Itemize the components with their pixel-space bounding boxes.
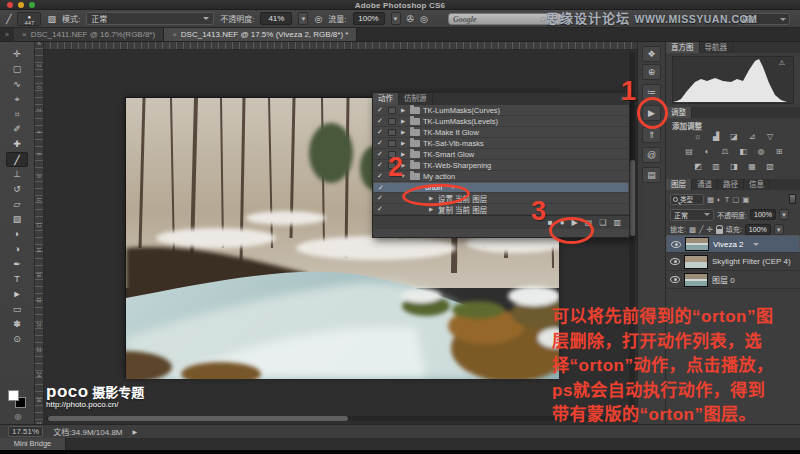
layer-row-viveza2[interactable]: Viveza 2 [666, 235, 800, 253]
curves-icon[interactable]: ◪ [728, 132, 740, 142]
layer-thumbnail[interactable] [684, 255, 708, 269]
crop-tool[interactable]: ⌗ [6, 107, 28, 122]
expand-icon[interactable]: ▶ [399, 118, 407, 124]
lock-pixels-icon[interactable]: ╱ [699, 225, 704, 234]
expand-icon[interactable]: ▶ [399, 129, 407, 135]
layer-row-layer0[interactable]: 图层 0 [666, 271, 800, 289]
layer-visibility-icon[interactable] [670, 258, 680, 265]
levels-icon[interactable]: ▟ [710, 132, 722, 142]
flow-value[interactable]: 100% [353, 12, 385, 25]
foreground-color-swatch[interactable] [8, 390, 19, 401]
tablet-pressure-size-icon[interactable]: ◎ [420, 14, 428, 24]
layer-comps-panel-icon[interactable]: ▤ [642, 167, 661, 183]
layer-fill-value[interactable]: 100% [745, 224, 771, 235]
action-set-row[interactable]: ✓ ▶ TK-LumMasks(Curves) [373, 105, 629, 116]
brush-tool[interactable]: ╱ [6, 152, 28, 167]
lock-position-icon[interactable]: ✛ [707, 225, 713, 234]
action-set-row[interactable]: ✓ ▶ TK-Web-Sharpening [373, 160, 629, 171]
document-tab-2[interactable]: × DSC_1413.NEF @ 17.5% (Viveza 2, RGB/8*… [164, 28, 357, 41]
filter-smart-object-icon[interactable]: ▣ [742, 195, 749, 204]
include-check-icon[interactable]: ✓ [375, 106, 385, 114]
gradient-map-icon[interactable]: ▦ [746, 162, 758, 172]
tab-info[interactable]: 信息 [744, 179, 770, 190]
brush-preset-picker[interactable]: ●447 [17, 12, 41, 26]
tab-channels[interactable]: 通道 [692, 179, 718, 190]
filter-pixel-layers-icon[interactable]: ▦ [707, 195, 714, 204]
selective-color-icon[interactable]: ▧ [764, 162, 776, 172]
black-white-icon[interactable]: ⚖ [719, 147, 731, 157]
hue-saturation-icon[interactable]: ▤ [683, 147, 695, 157]
tab-actions[interactable]: 动作 [373, 93, 399, 105]
mini-bridge-tab[interactable]: Mini Bridge [0, 438, 66, 450]
rectangular-marquee-tool[interactable]: ▢ [6, 62, 28, 77]
brush-tool-icon[interactable]: ╱ [6, 14, 11, 24]
action-set-row[interactable]: ✓ ▶ TK-LumMasks(Levels) [373, 116, 629, 127]
spot-healing-brush-tool[interactable]: ✚ [6, 137, 28, 152]
include-check-icon[interactable]: ✓ [375, 161, 385, 169]
layer-filter-switch[interactable] [789, 194, 796, 204]
tab-clone-source[interactable]: 仿制源 [399, 93, 433, 105]
channel-mixer-icon[interactable]: ◍ [755, 147, 767, 157]
export-panel-icon[interactable]: ⇑ [642, 127, 661, 143]
close-tab-icon[interactable]: × [22, 30, 27, 39]
expand-icon[interactable]: ▶ [399, 140, 407, 146]
canvas-horizontal-scroll-thumb[interactable] [48, 416, 348, 421]
include-check-icon[interactable]: ✓ [375, 205, 385, 213]
layer-visibility-icon[interactable] [671, 241, 681, 248]
airbrush-icon[interactable]: ✇ [407, 14, 415, 24]
tablet-pressure-opacity-icon[interactable]: ◎ [314, 14, 322, 24]
invert-icon[interactable]: ◩ [692, 162, 704, 172]
action-step-row[interactable]: ✓ ▶ 复制 当前 图层 [373, 204, 629, 215]
histogram-warning-icon[interactable]: ⚠ [779, 59, 785, 67]
dialog-toggle-icon[interactable] [388, 140, 396, 147]
include-check-icon[interactable]: ✓ [376, 184, 386, 192]
canvas-vertical-scroll-thumb[interactable] [630, 160, 635, 236]
new-action-button[interactable]: ❏ [599, 218, 606, 228]
action-set-row[interactable]: ✓ ▶ TK-Sat-Vib-masks [373, 138, 629, 149]
layer-thumbnail[interactable] [685, 237, 709, 251]
layer-opacity-value[interactable]: 100% [750, 209, 776, 220]
eraser-tool[interactable]: ▱ [6, 197, 28, 212]
gradient-tool[interactable]: ▨ [6, 212, 28, 227]
vibrance-icon[interactable]: ▽ [764, 132, 776, 142]
lock-all-icon[interactable] [716, 229, 723, 234]
layer-opacity-dropdown[interactable]: ▼ [779, 209, 789, 220]
lock-transparency-icon[interactable]: ▩ [689, 225, 696, 234]
blend-mode-select[interactable]: 正常 [86, 12, 214, 25]
include-check-icon[interactable]: ✓ [375, 150, 385, 158]
google-search-widget[interactable]: Google □ × [448, 13, 562, 25]
filter-shape-layers-icon[interactable]: ▢ [732, 195, 739, 204]
tab-histogram[interactable]: 直方图 [666, 42, 700, 53]
expand-icon[interactable]: ▶ [399, 107, 407, 113]
delete-action-button[interactable]: ▥ [613, 218, 621, 228]
expand-icon[interactable]: ▶ [427, 206, 435, 212]
tab-navigator[interactable]: 导航器 [700, 42, 734, 53]
action-set-row[interactable]: ✓ ▶ TK-Make It Glow [373, 127, 629, 138]
tab-paths[interactable]: 路径 [718, 179, 744, 190]
layer-visibility-icon[interactable] [670, 276, 680, 283]
status-arrow-icon[interactable]: ▶ [133, 428, 138, 435]
color-lookup-icon[interactable]: ⊞ [773, 147, 785, 157]
toggle-brush-panel-icon[interactable]: ▨ [47, 14, 56, 24]
dialog-toggle-icon[interactable] [388, 107, 396, 114]
type-tool[interactable]: T [6, 272, 28, 287]
action-set-row[interactable]: ✓ ▼ My action [373, 171, 629, 182]
tab-adjustments[interactable]: 调整 [666, 107, 692, 118]
close-tab-icon[interactable]: × [172, 30, 177, 39]
color-swatches[interactable] [8, 390, 26, 408]
action-set-row[interactable]: ✓ ▶ TK-Smart Glow [373, 149, 629, 160]
brightness-contrast-icon[interactable]: ☼ [692, 132, 704, 142]
opacity-dropdown-button[interactable]: ▼ [298, 12, 308, 25]
posterize-icon[interactable]: ▥ [710, 162, 722, 172]
layer-filter-type-select[interactable]: 类型 [670, 194, 704, 205]
path-selection-tool[interactable]: ► [6, 287, 28, 302]
hand-tool[interactable]: ✽ [6, 317, 28, 332]
quick-selection-tool[interactable]: ⌖ [6, 92, 28, 107]
include-check-icon[interactable]: ✓ [375, 194, 385, 202]
layer-row-skylight[interactable]: Skylight Filter (CEP 4) [666, 253, 800, 271]
tab-layers[interactable]: 图层 [666, 179, 692, 190]
blur-tool[interactable]: ◗ [6, 227, 28, 242]
include-check-icon[interactable]: ✓ [375, 139, 385, 147]
photo-filter-icon[interactable]: ◧ [737, 147, 749, 157]
lasso-tool[interactable]: ∿ [6, 77, 28, 92]
